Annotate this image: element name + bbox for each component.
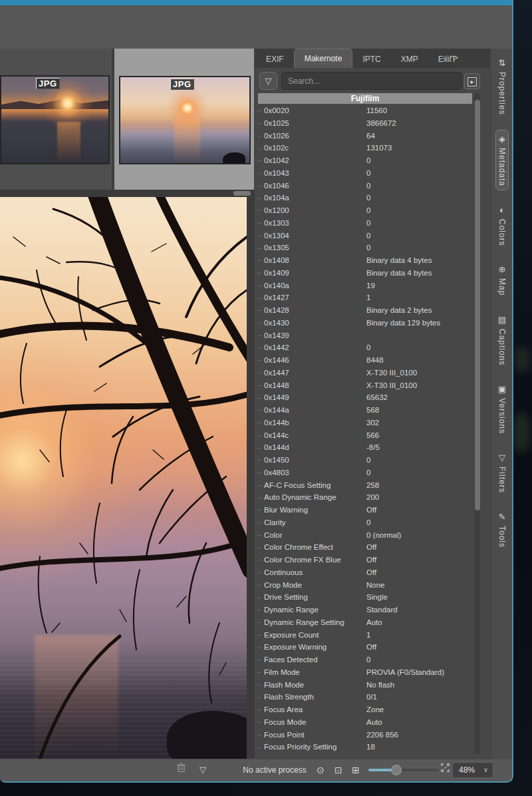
metadata-row[interactable]: Film Mode PROVIA (F0/Standard) (255, 666, 473, 679)
zoom-select-icon[interactable]: ⊙ (317, 759, 325, 781)
metadata-tools-button[interactable]: ▸ (464, 73, 480, 89)
metadata-row[interactable]: 0x102c 131073 (255, 142, 473, 154)
metadata-row[interactable]: Continuous Off (255, 566, 473, 579)
metadata-row[interactable]: Drive Setting Single (255, 591, 473, 604)
metadata-row[interactable]: 0x140a 19 (255, 280, 473, 292)
metadata-row[interactable]: 0x0020 11560 (255, 104, 473, 117)
search-input[interactable] (281, 72, 462, 90)
metadata-row[interactable]: 0x1303 0 (255, 217, 473, 230)
metadata-row[interactable]: 0x104a 0 (255, 192, 473, 204)
metadata-row[interactable]: Color Chrome FX Blue Off (255, 554, 473, 566)
scrollbar-thumb[interactable] (475, 100, 480, 510)
sidebar-tab[interactable]: ✎ Tools (495, 508, 509, 552)
format-badge: JPG (170, 79, 194, 90)
metadata-row[interactable]: AF-C Focus Setting 258 (255, 479, 473, 492)
thumbnail-item-selected[interactable]: JPG (114, 49, 254, 190)
zoom-level-combobox[interactable]: 48% ∨ (452, 762, 493, 778)
metadata-row[interactable]: 0x1200 0 (255, 204, 473, 217)
sidebar-tab[interactable]: ▣ Versions (495, 380, 509, 438)
metadata-row[interactable]: Focus Area Zone (255, 703, 473, 716)
preview-image[interactable] (0, 197, 247, 759)
sidebar-tab[interactable]: ◐ Colors (495, 201, 509, 250)
window-titlebar[interactable] (0, 0, 512, 5)
splitter-handle[interactable] (233, 191, 251, 196)
metadata-key: Flash Mode (264, 679, 366, 692)
sidebar-tab[interactable]: ▤ Captions (495, 311, 509, 369)
metadata-row[interactable]: Crop Mode None (255, 579, 473, 592)
metadata-row[interactable]: Dynamic Range Standard (255, 604, 473, 616)
metadata-row[interactable]: Flash Mode No flash (255, 679, 473, 692)
metadata-key: 0x1304 (264, 230, 366, 242)
metadata-row[interactable]: 0x1446 8448 (255, 354, 473, 367)
funnel-icon: ▽ (265, 76, 272, 86)
metadata-key: Flash Strength (264, 691, 366, 703)
tab-prev-icon[interactable]: < (443, 53, 454, 63)
thumbnail-item[interactable]: JPG (0, 49, 112, 190)
metadata-row[interactable]: Focus Point 2206 856 (255, 729, 473, 741)
metadata-row[interactable]: Exposure Warning Off (255, 641, 473, 654)
metadata-row[interactable]: 0x4803 0 (255, 467, 473, 479)
metadata-row[interactable]: 0x1408 Binary data 4 bytes (255, 254, 473, 267)
metadata-row[interactable]: 0x1304 0 (255, 230, 473, 242)
metadata-row[interactable]: 0x1447 X-T30 III_0100 (255, 367, 473, 379)
metadata-row[interactable]: 0x1409 Binary data 4 bytes (255, 267, 473, 280)
metadata-row[interactable]: 0x1026 64 (255, 130, 473, 142)
metadata-row[interactable]: Focus Priority Setting 18 (255, 741, 473, 753)
zoom-slider[interactable] (368, 769, 439, 771)
metadata-tab[interactable]: IPTC (352, 51, 390, 68)
metadata-value (366, 329, 473, 342)
metadata-row[interactable]: 0x1025 3866672 (255, 117, 473, 130)
metadata-row[interactable]: 0x1043 0 (255, 167, 473, 180)
metadata-value: 64 (366, 130, 473, 142)
metadata-tab[interactable]: EXIF (256, 51, 294, 68)
metadata-row[interactable]: 0x1427 1 (255, 292, 473, 304)
metadata-row[interactable]: Auto Dynamic Range 200 (255, 491, 473, 504)
metadata-value: 0 (366, 204, 473, 217)
metadata-key: Crop Mode (264, 579, 366, 592)
fit-selection-icon[interactable]: ⊞ (352, 759, 360, 781)
metadata-row[interactable]: Dynamic Range Setting Auto (255, 616, 473, 629)
sidebar-tab[interactable]: ⊕ Map (495, 260, 509, 299)
metadata-row[interactable]: 0x1442 0 (255, 341, 473, 354)
metadata-row[interactable]: Flash Strength 0/1 (255, 691, 473, 703)
metadata-row[interactable]: Faces Detected 0 (255, 654, 473, 666)
metadata-row[interactable]: Focus Mode Auto (255, 716, 473, 729)
filter-button[interactable]: ▽ (259, 72, 277, 90)
zoom-slider-knob[interactable] (391, 765, 402, 775)
metadata-row[interactable]: 0x1430 Binary data 129 bytes (255, 317, 473, 329)
fullscreen-icon[interactable] (440, 759, 450, 781)
tab-next-icon[interactable]: > (453, 53, 464, 63)
trash-icon[interactable] (177, 759, 186, 781)
metadata-row[interactable]: 0x1448 X-T30 III_0100 (255, 379, 473, 392)
metadata-row[interactable]: 0x1428 Binary data 2 bytes (255, 304, 473, 317)
metadata-row[interactable]: 0x1046 0 (255, 180, 473, 192)
metadata-row[interactable]: Clarity 0 (255, 516, 473, 529)
metadata-row[interactable]: 0x1305 0 (255, 242, 473, 254)
metadata-row[interactable]: Blur Warning Off (255, 504, 473, 516)
thumbnail-image-sunset-branches[interactable]: JPG (119, 76, 251, 164)
metadata-row[interactable]: 0x1042 0 (255, 154, 473, 167)
fit-window-icon[interactable]: ⊡ (334, 759, 342, 781)
metadata-row[interactable]: 0x144a 568 (255, 404, 473, 417)
metadata-row[interactable]: Color 0 (normal) (255, 529, 473, 542)
metadata-tab[interactable]: XMP (391, 51, 428, 68)
statusbar-funnel-icon[interactable]: ▽ (200, 759, 206, 781)
metadata-row[interactable]: 0x1439 (255, 329, 473, 342)
thumbnail-strip: JPG (0, 49, 255, 190)
metadata-value: Standard (366, 604, 473, 616)
metadata-row[interactable]: 0x144b 302 (255, 417, 473, 429)
sidebar-tab[interactable]: ▽ Filters (495, 449, 509, 497)
metadata-row[interactable]: Color Chrome Effect Off (255, 541, 473, 554)
metadata-row[interactable]: 0x144c 566 (255, 429, 473, 442)
metadata-row[interactable]: Exposure Count 1 (255, 629, 473, 642)
metadata-scrollbar[interactable] (474, 93, 480, 754)
metadata-key: 0x1427 (264, 292, 366, 304)
sidebar-tab[interactable]: ◈ Metadata (495, 130, 509, 190)
metadata-tab[interactable]: Makernote (294, 49, 353, 68)
metadata-row[interactable]: 0x144d -8/5 (255, 441, 473, 454)
metadata-row[interactable]: 0x1449 65632 (255, 391, 473, 404)
thumbnail-image-sunset[interactable]: JPG (0, 75, 110, 164)
metadata-row[interactable]: 0x1450 0 (255, 454, 473, 467)
sidebar-tab[interactable]: ⇅ Properties (495, 54, 509, 119)
metadata-key: 0x1442 (264, 341, 366, 354)
